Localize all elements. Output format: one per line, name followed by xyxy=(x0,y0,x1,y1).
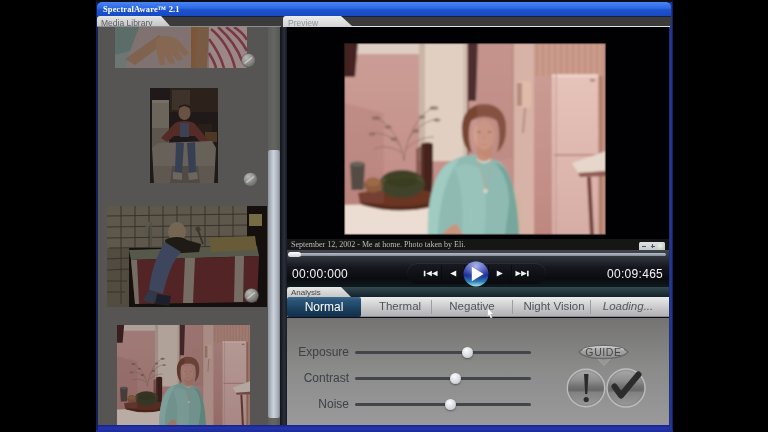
svg-text:GUIDE: GUIDE xyxy=(585,346,621,358)
